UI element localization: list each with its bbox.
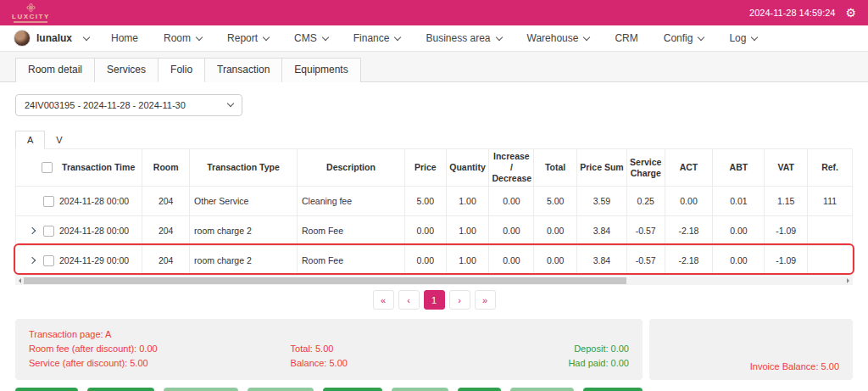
- folio-select[interactable]: 24IV003195 - 2024-11-28 - 2024-11-30: [15, 94, 242, 116]
- cell-description: Cleaning fee: [298, 187, 405, 216]
- column-header-ref: Ref.: [808, 149, 853, 187]
- row-checkbox[interactable]: [43, 255, 54, 266]
- nav-item-label: Home: [111, 32, 138, 44]
- summary-had-paid: Had paid: 0.00: [475, 356, 629, 371]
- cell-price: 5.00: [404, 187, 446, 216]
- flower-icon: [25, 3, 36, 13]
- user-menu[interactable]: lunalux: [14, 30, 89, 47]
- scroll-right-arrow-icon[interactable]: [847, 278, 852, 283]
- nav-item-home[interactable]: Home: [111, 32, 138, 44]
- nav-item-warehouse[interactable]: Warehouse: [527, 32, 590, 44]
- chevron-down-icon: [322, 33, 329, 40]
- expand-row-icon[interactable]: [29, 257, 36, 264]
- scrollbar-thumb[interactable]: [24, 277, 626, 284]
- add-more-button[interactable]: Add more: [87, 388, 155, 391]
- cell-ref: 111: [808, 187, 853, 216]
- checkout-button[interactable]: Checkout: [248, 388, 314, 391]
- chevron-down-icon: [751, 33, 758, 40]
- pagination-last[interactable]: »: [475, 290, 496, 310]
- table-row[interactable]: 2024-11-29 00:00204room charge 2Room Fee…: [16, 246, 853, 276]
- cell-abt: 0.01: [713, 187, 765, 216]
- brand-tagline-line: [14, 21, 47, 23]
- cell-increase-decrease: 0.00: [489, 187, 534, 216]
- nav-item-config[interactable]: Config: [664, 32, 704, 44]
- folio-select-value: 24IV003195 - 2024-11-28 - 2024-11-30: [25, 100, 186, 110]
- column-header-price-sum: Price Sum: [577, 149, 627, 187]
- cell-service-charge: -0.57: [626, 246, 665, 276]
- cell-transaction-type: Other Service: [190, 187, 298, 216]
- subtab-v[interactable]: V: [45, 131, 73, 148]
- transactions-table: Transaction TimeRoomTransaction TypeDesc…: [15, 148, 853, 276]
- pagination-first[interactable]: «: [373, 290, 394, 310]
- cell-increase-decrease: 0.00: [489, 246, 534, 276]
- chevron-down-icon: [394, 33, 401, 40]
- scroll-left-arrow-icon[interactable]: [16, 278, 21, 283]
- proceed-button[interactable]: ≡Proceed: [164, 388, 238, 391]
- print-button[interactable]: Print: [15, 388, 78, 391]
- subtab-a[interactable]: A: [15, 131, 45, 149]
- pay-button[interactable]: Pay: [458, 388, 501, 391]
- gear-icon[interactable]: ⚙: [845, 7, 856, 19]
- cell-transaction-time: 2024-11-28 00:00: [16, 187, 142, 216]
- summary-service: Service (after discount): 5.00: [29, 356, 291, 371]
- cell-price: 0.00: [404, 246, 446, 276]
- datetime-label: 2024-11-28 14:59:24: [749, 8, 835, 18]
- column-header-vat: VAT: [765, 149, 808, 187]
- nav-item-log[interactable]: Log: [729, 32, 757, 44]
- cell-price-sum: 3.84: [577, 246, 627, 276]
- cell-service-charge: 0.25: [626, 187, 665, 216]
- nav-item-finance[interactable]: Finance: [353, 32, 401, 44]
- cell-price: 0.00: [404, 216, 446, 246]
- nav-item-room[interactable]: Room: [164, 32, 202, 44]
- chevron-down-icon: [495, 33, 502, 40]
- tab-services[interactable]: Services: [94, 58, 158, 82]
- pagination-prev[interactable]: ‹: [398, 290, 420, 310]
- header-first-cell: Transaction Time: [19, 162, 139, 173]
- transaction-time-label: 2024-11-28 00:00: [59, 226, 129, 236]
- tab-folio[interactable]: Folio: [158, 58, 204, 82]
- cell-vat: -1.09: [765, 216, 808, 246]
- transaction-time-label: 2024-11-29 00:00: [59, 255, 129, 265]
- avatar[interactable]: [14, 30, 31, 47]
- deposit-button[interactable]: Deposit: [323, 388, 381, 391]
- invoice-balance: Invoice Balance: 5.00: [750, 361, 839, 371]
- nav-item-label: Business area: [426, 32, 490, 44]
- cell-transaction-time: 2024-11-29 00:00: [16, 246, 142, 276]
- expand-row-icon[interactable]: [29, 227, 36, 234]
- row-checkbox[interactable]: [43, 196, 54, 207]
- tab-transaction[interactable]: Transaction: [204, 58, 281, 82]
- row-checkbox[interactable]: [43, 226, 54, 237]
- cell-abt: 0.00: [713, 246, 765, 276]
- tab-room-detail[interactable]: Room detail: [15, 58, 94, 82]
- nav-item-report[interactable]: Report: [227, 32, 269, 44]
- cell-abt: 0.00: [713, 216, 765, 246]
- edit-item-button[interactable]: Edit item: [510, 388, 574, 391]
- horizontal-scrollbar[interactable]: [15, 276, 853, 285]
- pagination-next[interactable]: ›: [449, 290, 470, 310]
- summary-room-fee: Room fee (after discount): 0.00: [29, 342, 291, 356]
- table-row[interactable]: 2024-11-28 00:00204Other ServiceCleaning…: [16, 187, 853, 216]
- pagination: «‹1›»: [0, 290, 868, 310]
- column-header-transaction-time: Transaction Time: [16, 149, 142, 187]
- tab-equipments[interactable]: Equipments: [281, 58, 360, 82]
- column-header-room: Room: [142, 149, 190, 187]
- cell-room: 204: [142, 216, 190, 246]
- column-header-act: ACT: [665, 149, 713, 187]
- select-all-checkbox[interactable]: [42, 162, 53, 173]
- nav-item-cms[interactable]: CMS: [294, 32, 328, 44]
- routing-button[interactable]: Routing: [583, 388, 643, 391]
- cell-room: 204: [142, 246, 190, 276]
- cell-act: -2.18: [665, 246, 713, 276]
- cell-vat: 1.15: [765, 187, 808, 216]
- nav-item-label: CMS: [294, 32, 317, 44]
- row-first-cell: 2024-11-28 00:00: [20, 226, 137, 237]
- nav-item-crm[interactable]: CRM: [615, 32, 637, 44]
- row-first-cell: 2024-11-29 00:00: [20, 255, 137, 266]
- subtabs: AV: [15, 131, 853, 148]
- cell-act: 0.00: [665, 187, 713, 216]
- transaction-time-label: 2024-11-28 00:00: [59, 196, 129, 206]
- refund-button[interactable]: Refund: [392, 388, 448, 391]
- table-row[interactable]: 2024-11-28 00:00204room charge 2Room Fee…: [16, 216, 853, 246]
- pagination-page-1[interactable]: 1: [424, 290, 445, 310]
- nav-item-business-area[interactable]: Business area: [426, 32, 501, 44]
